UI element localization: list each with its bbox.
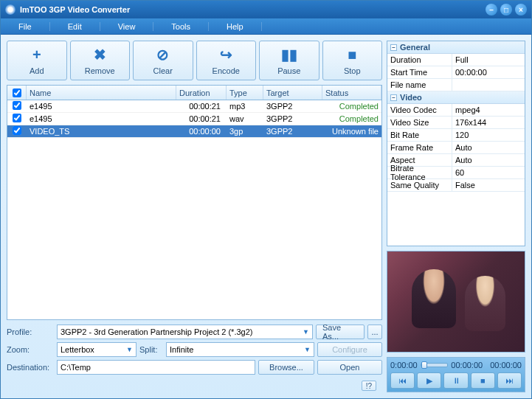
player-next-button[interactable]: ⏭	[497, 372, 522, 389]
pause-button[interactable]: ▮▮Pause	[259, 41, 319, 80]
player-pause-button[interactable]: ⏸	[443, 372, 468, 389]
prop-value[interactable]: Full	[452, 54, 525, 66]
row-checkbox-cell	[7, 126, 27, 136]
video-preview[interactable]	[387, 251, 525, 353]
minus-icon[interactable]: −	[390, 44, 397, 51]
prop-value[interactable]: 176x144	[452, 117, 525, 128]
remove-button-icon: ✖	[94, 46, 106, 63]
prop-value[interactable]: Auto	[452, 142, 525, 153]
table-row[interactable]: e149500:00:21mp33GPP2Completed	[7, 100, 381, 113]
configure-button[interactable]: Configure	[317, 342, 382, 357]
menu-file[interactable]: File	[10, 22, 50, 31]
menu-view[interactable]: View	[100, 22, 154, 31]
player-prev-button[interactable]: ⏮	[390, 372, 415, 389]
prop-row[interactable]: Video Codecmpeg4	[387, 104, 525, 117]
prop-key: Video Codec	[387, 104, 452, 116]
prop-key: Duration	[387, 54, 452, 66]
toolbar: +Add✖Remove⊘Clear↪Encode▮▮Pause■Stop	[7, 41, 382, 80]
split-label: Split:	[139, 345, 163, 354]
clear-button-label: Clear	[153, 66, 173, 75]
prop-row[interactable]: Bit Rate120	[387, 129, 525, 142]
status-bar: !?	[7, 379, 382, 392]
pause-button-icon: ▮▮	[281, 46, 297, 63]
row-target: 3GPP2	[263, 114, 322, 123]
clear-button-icon: ⊘	[156, 46, 169, 63]
menu-help[interactable]: Help	[209, 22, 262, 31]
header-target[interactable]: Target	[263, 86, 322, 100]
player-buttons: ⏮▶⏸■⏭	[390, 372, 522, 389]
row-checkbox[interactable]	[13, 126, 21, 135]
stop-button[interactable]: ■Stop	[322, 41, 383, 80]
row-checkbox[interactable]	[13, 114, 21, 122]
clear-button[interactable]: ⊘Clear	[133, 41, 193, 80]
seek-slider[interactable]	[421, 363, 449, 367]
player-stop-button[interactable]: ■	[471, 372, 495, 389]
split-select[interactable]: Infinite ▼	[166, 342, 314, 357]
prop-row[interactable]: Bitrate Tolerance60	[387, 167, 525, 179]
prop-row[interactable]: Video Size176x144	[387, 117, 525, 129]
header-duration[interactable]: Duration	[176, 86, 227, 100]
minimize-button[interactable]: –	[486, 4, 497, 15]
prop-value[interactable]: 00:00:00	[452, 66, 525, 78]
remove-button[interactable]: ✖Remove	[70, 41, 131, 80]
bottom-form: Profile: 3GPP2 - 3rd Generation Partners…	[7, 325, 382, 375]
minus-icon[interactable]: −	[390, 94, 397, 101]
encode-button-label: Encode	[213, 66, 240, 75]
prop-row[interactable]: Frame RateAuto	[387, 142, 525, 154]
slider-thumb[interactable]	[421, 361, 427, 369]
zoom-select[interactable]: Letterbox ▼	[57, 342, 137, 357]
row-status: Completed	[322, 114, 381, 123]
table-row[interactable]: VIDEO_TS00:00:003gp3GPP2Unknown file	[7, 125, 381, 138]
menu-tools[interactable]: Tools	[153, 22, 209, 31]
prop-row[interactable]: DurationFull	[387, 54, 525, 66]
left-panel: +Add✖Remove⊘Clear↪Encode▮▮Pause■Stop Nam…	[7, 41, 382, 392]
row-target: 3GPP2	[263, 127, 322, 136]
menubar: FileEditViewToolsHelp	[1, 18, 531, 35]
prop-value[interactable]: 60	[452, 167, 525, 178]
prop-value[interactable]: False	[452, 179, 525, 191]
app-icon	[5, 4, 15, 15]
prop-row[interactable]: Same QualityFalse	[387, 179, 525, 192]
row-duration: 00:00:21	[176, 114, 227, 123]
header-name[interactable]: Name	[27, 86, 176, 100]
profile-select[interactable]: 3GPP2 - 3rd Generation Partnership Proje…	[57, 325, 313, 339]
destination-input[interactable]: C:\Temp	[57, 360, 255, 375]
open-button[interactable]: Open	[317, 360, 382, 375]
profile-more-button[interactable]: ...	[367, 325, 382, 339]
player-play-button[interactable]: ▶	[417, 372, 441, 389]
header-type[interactable]: Type	[227, 86, 263, 100]
maximize-button[interactable]: □	[500, 4, 512, 15]
remove-button-label: Remove	[85, 66, 115, 75]
prop-group-video[interactable]: −Video	[387, 91, 525, 104]
zoom-label: Zoom:	[7, 345, 54, 354]
add-button[interactable]: +Add	[7, 41, 67, 80]
stop-button-icon: ■	[348, 46, 356, 63]
row-duration: 00:00:21	[176, 102, 227, 111]
prop-group-general[interactable]: −General	[387, 41, 525, 54]
prop-value[interactable]: Auto	[452, 154, 525, 166]
select-all-checkbox[interactable]	[13, 89, 21, 97]
prop-row[interactable]: File name	[387, 79, 525, 91]
browse-button[interactable]: Browse...	[258, 360, 314, 375]
destination-label: Destination:	[7, 363, 54, 372]
prop-value[interactable]	[452, 79, 525, 91]
chevron-down-icon: ▼	[304, 346, 311, 353]
prop-value[interactable]: mpeg4	[452, 104, 525, 116]
stop-button-label: Stop	[344, 66, 361, 75]
save-as-button[interactable]: Save As...	[316, 325, 365, 339]
prop-row[interactable]: Start Time00:00:00	[387, 66, 525, 79]
prop-key: Bitrate Tolerance	[387, 167, 452, 178]
header-checkbox-cell	[7, 86, 27, 100]
table-row[interactable]: e149500:00:21wav3GPP2Completed	[7, 113, 381, 125]
profile-label: Profile:	[7, 327, 54, 336]
row-checkbox[interactable]	[13, 101, 21, 110]
encode-button[interactable]: ↪Encode	[196, 41, 257, 80]
prop-key: Bit Rate	[387, 129, 452, 141]
help-button[interactable]: !?	[362, 381, 376, 391]
row-target: 3GPP2	[263, 102, 322, 111]
close-button[interactable]: ×	[515, 4, 527, 15]
prop-value[interactable]: 120	[452, 129, 525, 141]
prop-key: Video Size	[387, 117, 452, 128]
menu-edit[interactable]: Edit	[50, 22, 100, 31]
header-status[interactable]: Status	[322, 86, 381, 100]
